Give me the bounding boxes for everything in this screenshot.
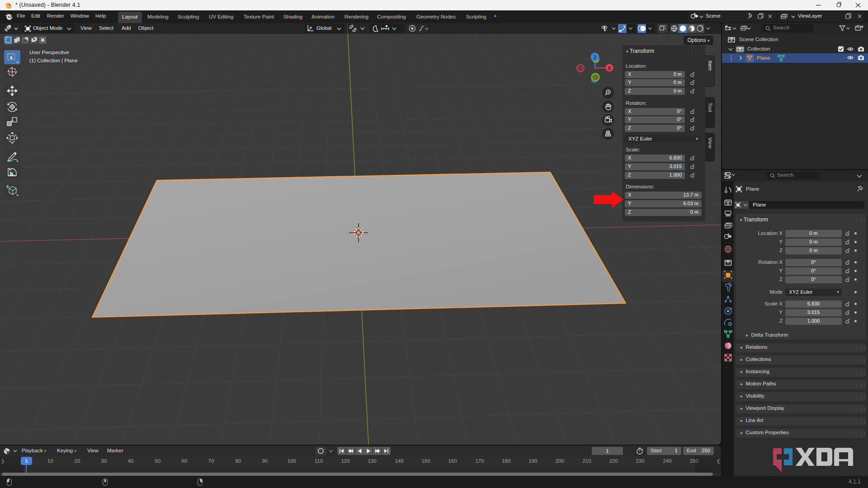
svg-text:Z: Z — [594, 55, 597, 60]
svg-text:X: X — [608, 66, 611, 71]
